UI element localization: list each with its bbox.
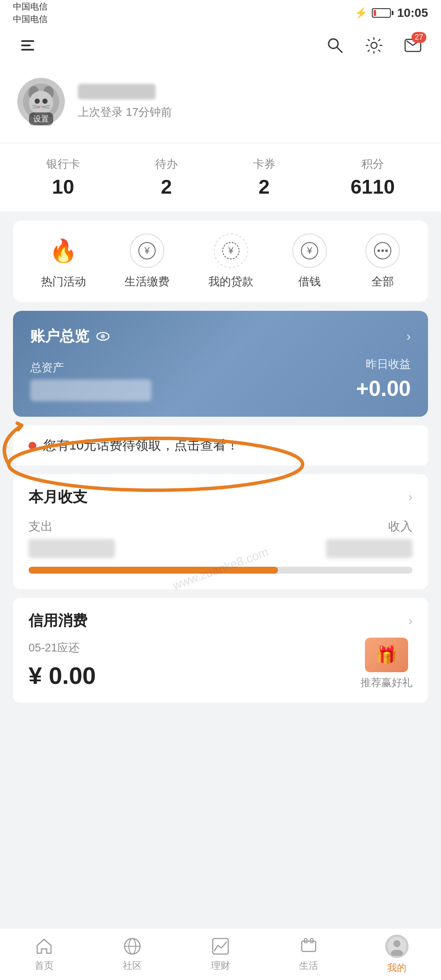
- nav-home-label: 首页: [35, 959, 54, 972]
- notification-banner[interactable]: 您有10元话费待领取，点击查看！: [13, 425, 428, 466]
- promo-label: 推荐赢好礼: [361, 676, 412, 690]
- avatar-wrap[interactable]: 设置: [17, 78, 65, 125]
- monthly-progress-bar: [29, 567, 412, 574]
- svg-rect-0: [21, 40, 34, 42]
- action-all[interactable]: 全部: [365, 233, 400, 289]
- svg-point-11: [35, 99, 40, 104]
- monthly-section-title: 本月收支: [29, 487, 87, 507]
- quick-actions: 🔥 热门活动 ¥ 生活缴费 ¥ 我的贷款 ¥ 借钱: [13, 220, 428, 302]
- life-payment-label: 生活缴费: [125, 274, 169, 289]
- action-borrow[interactable]: ¥ 借钱: [292, 233, 327, 289]
- bottom-nav: 首页 社区 理财 生活: [0, 928, 441, 980]
- svg-point-39: [393, 940, 400, 947]
- income-expense-row: 支出 收入: [29, 518, 412, 558]
- username-blur: [78, 84, 156, 99]
- battery-icon: [372, 8, 391, 18]
- stat-bank-cards[interactable]: 银行卡 10: [46, 156, 80, 198]
- income-label: 收入: [326, 518, 412, 535]
- stat-bank-cards-label: 银行卡: [46, 156, 80, 172]
- hot-events-icon: 🔥: [46, 233, 81, 268]
- finance-icon: [211, 937, 230, 956]
- action-hot-events[interactable]: 🔥 热门活动: [41, 233, 86, 289]
- life-payment-icon: ¥: [130, 233, 164, 268]
- svg-point-25: [377, 249, 380, 252]
- overview-header: 账户总览 ›: [30, 326, 411, 346]
- stat-points-label: 积分: [361, 156, 384, 172]
- promo-icon: 🎁: [365, 638, 408, 672]
- svg-rect-34: [213, 939, 228, 954]
- credit-info: 05-21应还 ¥ 0.00: [29, 640, 96, 690]
- nav-finance-label: 理财: [211, 959, 230, 972]
- svg-point-5: [371, 42, 377, 48]
- svg-rect-1: [21, 45, 31, 46]
- notification-dot: [29, 442, 36, 450]
- nav-finance[interactable]: 理财: [176, 937, 265, 972]
- nav-community-label: 社区: [123, 959, 142, 972]
- credit-header: 信用消费 ›: [29, 611, 412, 631]
- notification-area: 您有10元话费待领取，点击查看！: [13, 425, 428, 466]
- carrier2: 中国电信: [13, 13, 48, 25]
- nav-home[interactable]: 首页: [0, 937, 88, 972]
- svg-point-29: [101, 334, 105, 338]
- yesterday-income-label: 昨日收益: [356, 357, 411, 372]
- svg-point-10: [29, 91, 53, 115]
- income-value-blur: [326, 539, 412, 558]
- svg-line-4: [337, 47, 342, 52]
- stat-vouchers-value: 2: [259, 175, 270, 198]
- income-col: 收入: [326, 518, 412, 558]
- svg-text:¥: ¥: [144, 245, 150, 256]
- notification-text: 您有10元话费待领取，点击查看！: [43, 437, 239, 454]
- svg-rect-35: [302, 941, 316, 951]
- stat-pending[interactable]: 待办 2: [155, 156, 178, 198]
- profile-section: 设置 上次登录 17分钟前: [0, 65, 441, 143]
- credit-amount: ¥ 0.00: [29, 661, 96, 690]
- svg-rect-2: [21, 49, 34, 51]
- search-button[interactable]: [324, 35, 346, 56]
- svg-point-13: [39, 105, 43, 108]
- stat-points-value: 6110: [351, 175, 395, 198]
- svg-text:¥: ¥: [228, 245, 234, 256]
- nav-mine[interactable]: 我的: [353, 935, 441, 974]
- stat-vouchers[interactable]: 卡券 2: [253, 156, 275, 198]
- messages-button[interactable]: 27: [402, 35, 424, 56]
- time-display: 10:05: [397, 6, 428, 20]
- expense-value-blur: [29, 539, 115, 558]
- stats-row: 银行卡 10 待办 2 卡券 2 积分 6110: [0, 144, 441, 211]
- last-login: 上次登录 17分钟前: [78, 105, 424, 120]
- credit-promo[interactable]: 🎁 推荐赢好礼: [361, 638, 412, 690]
- stat-bank-cards-value: 10: [52, 175, 74, 198]
- carrier1: 中国电信: [13, 1, 48, 13]
- community-icon: [123, 937, 142, 956]
- home-icon: [35, 937, 54, 956]
- settings-button[interactable]: [363, 35, 385, 56]
- overview-title: 账户总览: [30, 326, 111, 346]
- nav-community[interactable]: 社区: [88, 937, 176, 972]
- svg-point-26: [381, 249, 384, 252]
- stat-points[interactable]: 积分 6110: [351, 156, 395, 198]
- mine-avatar-icon: [385, 935, 409, 958]
- progress-bar-fill: [29, 567, 278, 574]
- action-life-payment[interactable]: ¥ 生活缴费: [125, 233, 169, 289]
- monthly-section-arrow[interactable]: ›: [409, 490, 412, 504]
- svg-text:¥: ¥: [306, 245, 312, 256]
- svg-point-12: [42, 99, 48, 104]
- divider-1: [13, 211, 428, 212]
- avatar-setting-label: 设置: [29, 112, 53, 125]
- credit-due-date: 05-21应还: [29, 640, 96, 655]
- svg-line-17: [42, 108, 50, 108]
- credit-title: 信用消费: [29, 611, 87, 631]
- total-assets-value-blur: [30, 380, 151, 401]
- nav-mine-label: 我的: [387, 961, 406, 974]
- borrow-label: 借钱: [298, 274, 321, 289]
- header-nav: 27: [0, 26, 441, 65]
- stat-pending-label: 待办: [155, 156, 178, 172]
- monthly-section-header: 本月收支 ›: [29, 487, 412, 507]
- action-my-loan[interactable]: ¥ 我的贷款: [208, 233, 253, 289]
- credit-body: 05-21应还 ¥ 0.00 🎁 推荐赢好礼: [29, 638, 412, 690]
- nav-life[interactable]: 生活: [265, 937, 353, 972]
- back-button[interactable]: [17, 35, 39, 56]
- total-assets-label: 总资产: [30, 360, 151, 375]
- credit-section: 信用消费 › 05-21应还 ¥ 0.00 🎁 推荐赢好礼: [13, 598, 428, 702]
- credit-arrow[interactable]: ›: [409, 614, 412, 628]
- account-overview[interactable]: 账户总览 › 总资产 昨日收益 +0.00: [13, 311, 428, 417]
